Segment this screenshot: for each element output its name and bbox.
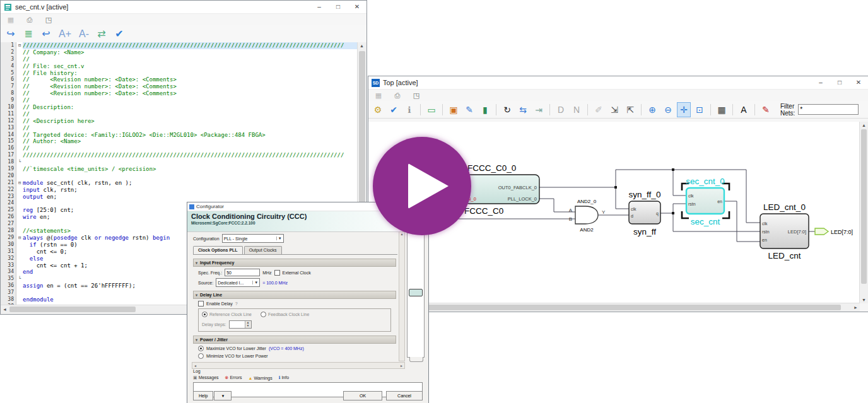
source-select[interactable]: Dedicated I...▼ [216, 278, 260, 287]
code-line[interactable]: 10// Description: [1, 104, 358, 111]
print-icon[interactable]: ⎙ [25, 16, 35, 23]
info-filter[interactable]: ℹInfo [279, 375, 289, 380]
save-icon[interactable]: ▦ [6, 16, 16, 23]
scroll-down-icon[interactable]: ▼ [862, 298, 866, 302]
code-line[interactable]: 9// [1, 97, 358, 104]
enable-delay-checkbox[interactable] [198, 301, 204, 307]
code-line[interactable]: 20 [1, 173, 358, 180]
add-port-icon[interactable]: ▭ [425, 103, 438, 117]
help-button[interactable]: Help [193, 391, 213, 400]
refresh-icon[interactable]: ↻ [501, 103, 513, 117]
video-play-button[interactable] [373, 137, 471, 235]
net-wire[interactable] [616, 170, 629, 209]
fold-marker-icon[interactable]: └ [16, 276, 23, 283]
check-hdl-icon[interactable]: ✔ [114, 29, 124, 39]
zoom-out-icon[interactable]: ⊖ [662, 103, 674, 117]
code-line[interactable]: 5// File history: [1, 70, 358, 77]
maximize-view-icon[interactable]: ⇲ [608, 103, 621, 117]
reference-clock-line-radio[interactable] [202, 312, 208, 317]
reformat-icon[interactable]: ⇄ [97, 29, 107, 39]
quick-connect-icon[interactable]: ⇥ [532, 103, 545, 117]
minimize-button[interactable]: – [310, 1, 329, 13]
scroll-up-icon[interactable]: ▲ [401, 232, 404, 236]
text-icon[interactable]: A [737, 103, 750, 117]
block-sec_cnt[interactable]: sec_cnt_0sec_cntclkrstnen [682, 177, 729, 226]
save-icon[interactable]: ▦ [373, 92, 384, 99]
detach-icon[interactable]: ◳ [44, 16, 54, 23]
messages-filter[interactable]: ▣Messages [193, 375, 219, 380]
code-line[interactable]: 8// <Revision number>: <Date>: <Comments… [1, 90, 358, 97]
scroll-right-icon[interactable]: ► [853, 305, 858, 310]
section-expander-icon[interactable]: ▾ [196, 293, 197, 297]
code-line[interactable]: 16// [1, 145, 358, 152]
configuration-select[interactable]: PLL - Single▼ [222, 234, 284, 243]
design-titlebar[interactable]: SD Top [active] – □ ✕ [368, 76, 868, 90]
memory-map-icon[interactable]: ▣ [447, 103, 460, 117]
code-line[interactable]: 18└ [1, 159, 358, 166]
code-line[interactable]: 11// [1, 111, 358, 118]
zoom-in-icon[interactable]: ⊕ [646, 103, 659, 117]
close-button[interactable]: ✕ [849, 76, 868, 89]
font-increase-icon[interactable]: A+ [59, 29, 71, 39]
generate-icon[interactable]: ⚙ [372, 103, 384, 117]
minimize-button[interactable]: – [811, 76, 830, 89]
code-line[interactable]: 3// [1, 56, 358, 63]
zoom-fit-icon[interactable]: ✛ [677, 103, 690, 117]
code-line[interactable]: 22input clk, rstn; [1, 187, 358, 194]
code-line[interactable]: 14// Targeted device: <Family::IGLOO2> <… [1, 132, 358, 139]
warnings-filter[interactable]: ▲Warnings [248, 376, 272, 380]
fold-marker-icon[interactable]: ⊟ [16, 42, 23, 49]
section-expander-icon[interactable]: ▾ [196, 337, 197, 342]
tab-output-clocks[interactable]: Output Clocks [244, 246, 282, 254]
tab-clock-options-pll[interactable]: Clock Options PLL [193, 246, 243, 254]
code-line[interactable]: 19//`timescale <time_units> / <precision… [1, 166, 358, 173]
code-line[interactable]: 6// <Revision number>: <Date>: <Comments… [1, 76, 358, 83]
promote-pin-icon[interactable]: D [554, 103, 567, 117]
section-expander-icon[interactable]: ▾ [196, 260, 197, 265]
design-vertical-scrollbar[interactable]: ▲ ▼ [859, 122, 868, 303]
check-icon[interactable]: ✔ [387, 103, 400, 117]
filter-nets-input[interactable] [798, 104, 859, 115]
grid-icon[interactable]: ▦ [715, 103, 728, 117]
markup-icon[interactable]: ✎ [760, 103, 772, 117]
output-pin-icon[interactable] [815, 228, 828, 235]
comment-icon[interactable]: ≣ [23, 29, 33, 39]
maximize-button[interactable]: □ [830, 76, 849, 89]
code-line[interactable]: 12// <Description here> [1, 118, 358, 125]
dialog-horizontal-scrollbar[interactable]: ◄ ► [192, 362, 405, 369]
restore-view-icon[interactable]: ⇱ [624, 103, 636, 117]
block-fccc_c0[interactable]: FCCC_C0_0FCCC_C0OUT0_FABCLK_0PLL_LOCK_0I… [464, 163, 539, 216]
design-horizontal-scrollbar[interactable]: ◄ ► [368, 303, 860, 312]
spec-freq-input[interactable] [225, 269, 260, 276]
code-line[interactable]: 15// Author: <Name> [1, 138, 358, 145]
net-wire[interactable] [724, 201, 760, 242]
code-line[interactable]: 17//////////////////////////////////////… [1, 152, 358, 159]
tie-pin-icon[interactable]: N [570, 103, 583, 117]
minimize-vco-radio[interactable] [198, 353, 204, 359]
net-wire[interactable] [673, 170, 686, 196]
code-line[interactable]: 23output en; [1, 194, 358, 201]
code-line[interactable]: 4// File: sec_cnt.v [1, 63, 358, 70]
edit-constraints-icon[interactable]: ✎ [463, 103, 476, 117]
block-syn_ff[interactable]: syn_ff_0syn_ffclkdq [629, 190, 661, 237]
scroll-up-icon[interactable]: ▲ [862, 123, 866, 127]
code-line[interactable]: 7// <Revision number>: <Date>: <Comments… [1, 83, 358, 90]
cancel-button[interactable]: Cancel [386, 391, 423, 400]
fold-marker-icon[interactable]: └ [16, 159, 23, 166]
redo-icon[interactable]: ↪ [6, 29, 16, 39]
code-line[interactable]: 2// Company: <Name> [1, 49, 358, 56]
symbol-preview-tab[interactable] [409, 357, 423, 362]
maximize-button[interactable]: □ [329, 1, 348, 13]
scroll-left-icon[interactable]: ◄ [3, 307, 7, 312]
delay-steps-spinner[interactable]: ▲▼ [229, 320, 252, 329]
help-dropdown-icon[interactable]: ▾ [214, 391, 232, 400]
code-line[interactable]: 21⊟module sec_cnt( clk, rstn, en ); [1, 180, 358, 187]
zoom-window-icon[interactable]: ⊡ [693, 103, 706, 117]
feedback-clock-line-radio[interactable] [261, 312, 266, 317]
info-icon[interactable]: ℹ [403, 103, 416, 117]
code-line[interactable]: 13// [1, 125, 358, 132]
block-and2[interactable]: AND2_0AND2ABY [569, 199, 606, 233]
uncomment-icon[interactable]: ↩ [41, 29, 51, 39]
scroll-left-icon[interactable]: ◄ [194, 364, 197, 368]
eraser-icon[interactable]: ✐ [592, 103, 605, 117]
